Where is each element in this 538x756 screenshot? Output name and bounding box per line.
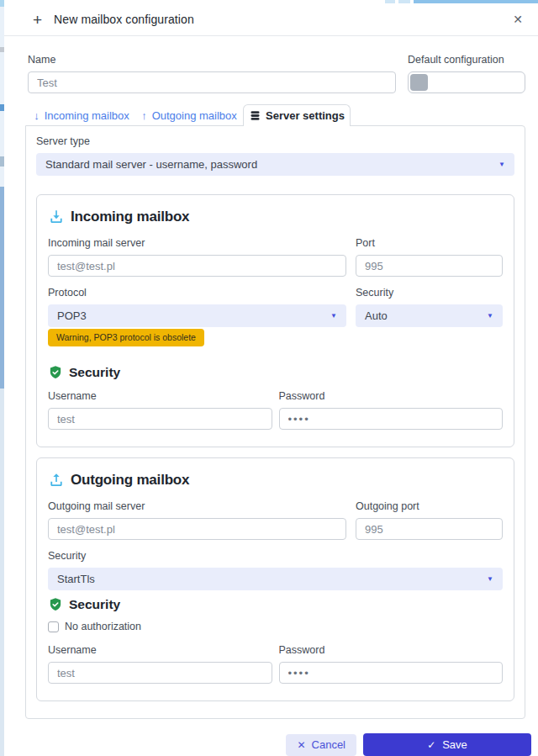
chevron-down-icon: ▼ (487, 575, 493, 583)
incoming-auth-title: Security (69, 365, 120, 380)
incoming-username-input[interactable] (48, 408, 272, 430)
no-authorization-label: No authorization (65, 621, 141, 632)
plus-icon: + (33, 12, 42, 28)
outgoing-card-header: Outgoing mailbox (48, 472, 503, 489)
incoming-security-group: Security Auto ▼ (356, 287, 503, 327)
name-label: Name (28, 54, 396, 66)
no-authorization-row[interactable]: No authorization (48, 621, 503, 632)
name-input[interactable] (28, 71, 396, 93)
dialog-footer: ✕ Cancel ✓ Save (28, 733, 531, 756)
dialog-body: Name Default configuration ↓ Incoming ma… (4, 36, 538, 756)
chevron-down-icon: ▼ (330, 312, 337, 320)
outgoing-port-label: Outgoing port (356, 500, 503, 512)
outgoing-username-group: Username (48, 644, 272, 684)
outgoing-card-title: Outgoing mailbox (71, 472, 189, 489)
outgoing-auth-header: Security (48, 597, 503, 612)
cancel-button[interactable]: ✕ Cancel (286, 734, 356, 756)
tab-outgoing-mailbox[interactable]: ↑ Outgoing mailbox (135, 104, 243, 126)
incoming-server-input[interactable] (48, 255, 346, 277)
outgoing-security-group: Security StartTls ▼ (48, 550, 503, 590)
outgoing-password-group: Password (279, 644, 504, 684)
outgoing-security-select[interactable]: StartTls ▼ (48, 568, 503, 590)
outgoing-port-group: Outgoing port (356, 500, 503, 540)
outgoing-password-label: Password (279, 644, 504, 656)
outgoing-server-row: Outgoing mail server Outgoing port (48, 500, 503, 540)
no-authorization-checkbox[interactable] (48, 621, 59, 632)
outgoing-security-label: Security (48, 550, 503, 562)
server-settings-panel: Server type Standard mail server - usern… (25, 125, 525, 719)
outgoing-server-label: Outgoing mail server (48, 500, 346, 512)
incoming-password-input[interactable] (279, 408, 504, 430)
tab-label: Outgoing mailbox (152, 109, 237, 122)
incoming-mailbox-card: Incoming mailbox Incoming mail server Po… (36, 194, 514, 447)
server-type-label: Server type (36, 135, 514, 147)
default-config-group: Default configuration (408, 54, 525, 93)
tab-server-settings[interactable]: Server settings (243, 104, 351, 126)
protocol-value: POP3 (57, 309, 87, 322)
incoming-port-label: Port (356, 237, 503, 249)
default-config-label: Default configuration (408, 54, 525, 66)
tab-label: Incoming mailbox (45, 109, 129, 122)
shield-check-icon (48, 597, 63, 612)
incoming-credentials-row: Username Password (48, 390, 503, 430)
protocol-group: Protocol POP3 ▼ (48, 287, 346, 327)
incoming-server-group: Incoming mail server (48, 237, 346, 277)
incoming-username-label: Username (48, 390, 272, 402)
toggle-knob (410, 74, 428, 91)
download-tray-icon (48, 209, 65, 225)
save-button-label: Save (442, 738, 467, 751)
arrow-up-icon: ↑ (141, 109, 147, 122)
incoming-server-row: Incoming mail server Port (48, 237, 503, 277)
mailbox-config-dialog: + New mailbox configuration ✕ Name Defau… (4, 3, 538, 756)
tab-label: Server settings (266, 109, 345, 122)
tab-bar: ↓ Incoming mailbox ↑ Outgoing mailbox Se… (28, 104, 525, 126)
outgoing-security-value: StartTls (57, 573, 95, 585)
incoming-password-group: Password (279, 390, 504, 430)
incoming-password-label: Password (279, 390, 504, 402)
outgoing-username-input[interactable] (48, 662, 272, 684)
outgoing-auth-title: Security (69, 597, 120, 612)
incoming-auth-header: Security (48, 365, 503, 380)
save-button[interactable]: ✓ Save (363, 733, 531, 756)
server-type-group: Server type Standard mail server - usern… (36, 135, 514, 176)
incoming-security-label: Security (356, 287, 503, 299)
shield-check-icon (48, 365, 63, 380)
incoming-security-select[interactable]: Auto ▼ (356, 304, 503, 327)
protocol-select[interactable]: POP3 ▼ (48, 304, 346, 327)
outgoing-password-input[interactable] (279, 662, 504, 684)
protocol-label: Protocol (48, 287, 346, 299)
server-type-value: Standard mail server - username, passwor… (45, 158, 257, 171)
save-check-icon: ✓ (427, 739, 435, 751)
pop3-warning-badge: Warning, POP3 protocol is obsolete (48, 329, 204, 346)
outgoing-mailbox-card: Outgoing mailbox Outgoing mail server Ou… (36, 457, 514, 701)
outgoing-username-label: Username (48, 644, 272, 656)
name-row: Name Default configuration (28, 54, 525, 93)
chevron-down-icon: ▼ (487, 312, 493, 320)
close-icon[interactable]: ✕ (513, 13, 523, 26)
cancel-x-icon: ✕ (297, 739, 305, 751)
incoming-server-label: Incoming mail server (48, 237, 346, 249)
outgoing-port-input[interactable] (356, 518, 503, 540)
incoming-port-input[interactable] (356, 255, 503, 277)
outgoing-server-input[interactable] (48, 518, 346, 540)
incoming-security-value: Auto (365, 309, 388, 322)
outgoing-credentials-row: Username Password (48, 644, 503, 684)
outgoing-server-group: Outgoing mail server (48, 500, 346, 540)
arrow-down-icon: ↓ (34, 109, 40, 122)
incoming-protocol-row: Protocol POP3 ▼ Security Auto ▼ (48, 287, 503, 327)
chevron-down-icon: ▼ (498, 161, 505, 168)
incoming-port-group: Port (356, 237, 503, 277)
incoming-username-group: Username (48, 390, 272, 430)
name-field-group: Name (28, 54, 396, 93)
dialog-title: New mailbox configuration (54, 13, 194, 26)
upload-tray-icon (48, 472, 65, 489)
cancel-button-label: Cancel (312, 738, 345, 751)
incoming-card-header: Incoming mailbox (48, 209, 503, 225)
dialog-header: + New mailbox configuration ✕ (4, 3, 538, 36)
incoming-card-title: Incoming mailbox (71, 209, 189, 225)
tab-incoming-mailbox[interactable]: ↓ Incoming mailbox (28, 104, 135, 126)
default-config-toggle[interactable] (408, 71, 525, 93)
server-type-select[interactable]: Standard mail server - username, passwor… (36, 153, 514, 176)
server-stack-icon (249, 109, 261, 122)
